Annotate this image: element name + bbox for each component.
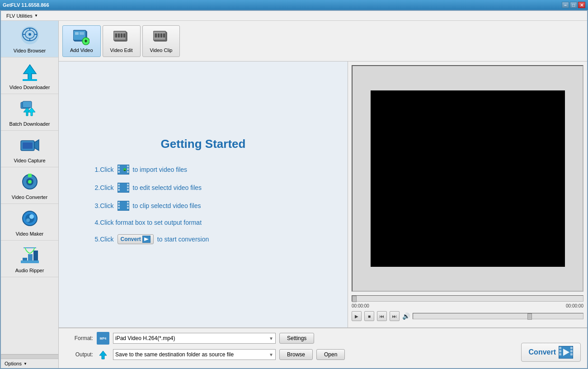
video-edit-icon xyxy=(113,29,130,46)
add-video-icon: + xyxy=(73,29,89,46)
volume-slider[interactable] xyxy=(413,313,583,319)
svg-rect-43 xyxy=(114,38,125,39)
step-3-icon xyxy=(118,201,129,211)
sidebar-item-label-video-maker: Video Maker xyxy=(16,231,44,237)
video-clip-button[interactable]: Video Clip xyxy=(142,25,180,57)
menu-bar: FLV Utilities ▼ xyxy=(1,11,587,21)
svg-point-23 xyxy=(29,214,34,219)
maximize-button[interactable]: □ xyxy=(570,2,577,8)
batch-downloader-icon xyxy=(19,98,41,119)
right-side: + Add Video xyxy=(59,21,587,368)
menu-dropdown-arrow: ▼ xyxy=(34,14,38,18)
sidebar-item-audio-ripper[interactable]: Audio Ripper xyxy=(1,241,58,277)
video-clip-icon xyxy=(153,29,169,46)
settings-button[interactable]: Settings xyxy=(279,333,314,344)
svg-marker-15 xyxy=(34,140,39,151)
svg-marker-27 xyxy=(28,254,33,260)
browse-button[interactable]: Browse xyxy=(279,349,313,360)
open-button[interactable]: Open xyxy=(316,349,345,360)
svg-rect-67 xyxy=(127,189,129,191)
svg-rect-72 xyxy=(127,202,129,203)
video-time-end: 00:00:00 xyxy=(566,303,583,308)
step-2-icon xyxy=(118,183,129,193)
format-select[interactable]: iPad Video H.264(*.mp4) ▼ xyxy=(113,333,276,344)
svg-rect-62 xyxy=(118,184,120,185)
video-progress-bar[interactable] xyxy=(352,295,583,302)
volume-thumb[interactable] xyxy=(527,313,532,320)
output-label: Output: xyxy=(66,351,93,358)
step-2-text-after: to edit selectd video files xyxy=(133,184,202,191)
svg-rect-16 xyxy=(23,142,33,149)
svg-rect-74 xyxy=(127,207,129,209)
sidebar-item-video-maker[interactable]: Video Maker xyxy=(1,204,58,241)
output-select[interactable]: Save to the same destination folder as s… xyxy=(113,349,276,360)
convert-button-label: Convert xyxy=(529,348,556,356)
sidebar-item-label-audio-ripper: Audio Ripper xyxy=(15,268,44,273)
video-converter-icon xyxy=(19,171,41,193)
add-video-label: Add Video xyxy=(70,47,93,53)
convert-inline-button: Convert xyxy=(118,234,154,244)
next-button[interactable]: ⏭ xyxy=(390,311,400,321)
svg-rect-57 xyxy=(127,168,129,170)
sidebar-item-label-video-downloader: Video Downloader xyxy=(9,85,50,90)
svg-rect-79 xyxy=(559,350,561,352)
svg-rect-71 xyxy=(118,207,120,209)
sidebar-item-video-converter[interactable]: Video Converter xyxy=(1,167,58,204)
svg-rect-54 xyxy=(118,168,120,170)
step-3-text-after: to clip selectd video files xyxy=(133,202,201,209)
svg-point-24 xyxy=(26,218,30,222)
step-5-text-before: 5.Click xyxy=(95,236,114,243)
convert-button[interactable]: Convert xyxy=(521,343,581,362)
svg-text:+: + xyxy=(85,38,88,44)
format-select-value: iPad Video H.264(*.mp4) xyxy=(115,335,175,341)
svg-marker-25 xyxy=(21,260,39,263)
video-edit-label: Video Edit xyxy=(110,47,133,53)
sidebar-item-video-capture[interactable]: Video Capture xyxy=(1,131,58,167)
svg-marker-13 xyxy=(28,108,35,116)
stop-button[interactable]: ■ xyxy=(364,311,374,321)
svg-rect-64 xyxy=(118,189,120,191)
flv-utilities-menu[interactable]: FLV Utilities ▼ xyxy=(3,12,42,19)
svg-rect-55 xyxy=(118,171,120,173)
svg-rect-50 xyxy=(154,32,165,33)
svg-rect-78 xyxy=(559,347,561,349)
getting-started-panel: Getting Started 1.Click xyxy=(59,62,348,327)
svg-rect-83 xyxy=(570,353,573,355)
svg-rect-80 xyxy=(559,353,561,355)
format-label: Format: xyxy=(66,335,93,341)
video-display xyxy=(371,90,565,267)
svg-rect-53 xyxy=(118,166,120,167)
sidebar-item-batch-downloader[interactable]: Batch Downloader xyxy=(1,94,58,131)
getting-started-title: Getting Started xyxy=(161,137,246,151)
sidebar-item-label-video-capture: Video Capture xyxy=(14,158,45,163)
output-select-value: Save to the same destination folder as s… xyxy=(115,351,234,358)
video-edit-button[interactable]: Video Edit xyxy=(103,25,141,57)
output-row: Output: Save to the same destination fol… xyxy=(66,348,580,361)
play-button[interactable]: ▶ xyxy=(352,311,362,321)
svg-rect-65 xyxy=(127,184,129,185)
sidebar-item-label-batch-downloader: Batch Downloader xyxy=(9,121,50,127)
prev-button[interactable]: ⏮ xyxy=(377,311,387,321)
close-button[interactable]: ✕ xyxy=(578,2,585,8)
svg-rect-82 xyxy=(570,350,573,352)
options-menu[interactable]: Options ▼ xyxy=(1,359,58,368)
svg-text:+: + xyxy=(123,169,125,172)
svg-point-3 xyxy=(28,33,31,36)
video-clip-label: Video Clip xyxy=(150,47,173,53)
toolbar: + Add Video xyxy=(59,21,587,62)
svg-rect-70 xyxy=(118,204,120,206)
svg-rect-56 xyxy=(127,166,129,167)
svg-rect-58 xyxy=(127,171,129,173)
video-maker-icon xyxy=(19,208,41,229)
step-5: 5.Click Convert to start conversion xyxy=(95,234,312,244)
video-progress-thumb[interactable] xyxy=(352,296,357,302)
content-area: Video Browser Video Downloader xyxy=(1,21,587,368)
minimize-button[interactable]: – xyxy=(562,2,569,8)
svg-rect-51 xyxy=(154,38,165,39)
output-select-arrow: ▼ xyxy=(269,352,273,357)
video-downloader-icon xyxy=(19,61,41,83)
sidebar-item-video-browser[interactable]: Video Browser xyxy=(1,21,58,57)
sidebar-item-video-downloader[interactable]: Video Downloader xyxy=(1,57,58,94)
add-video-button[interactable]: + Add Video xyxy=(62,25,101,57)
svg-rect-9 xyxy=(23,79,37,81)
